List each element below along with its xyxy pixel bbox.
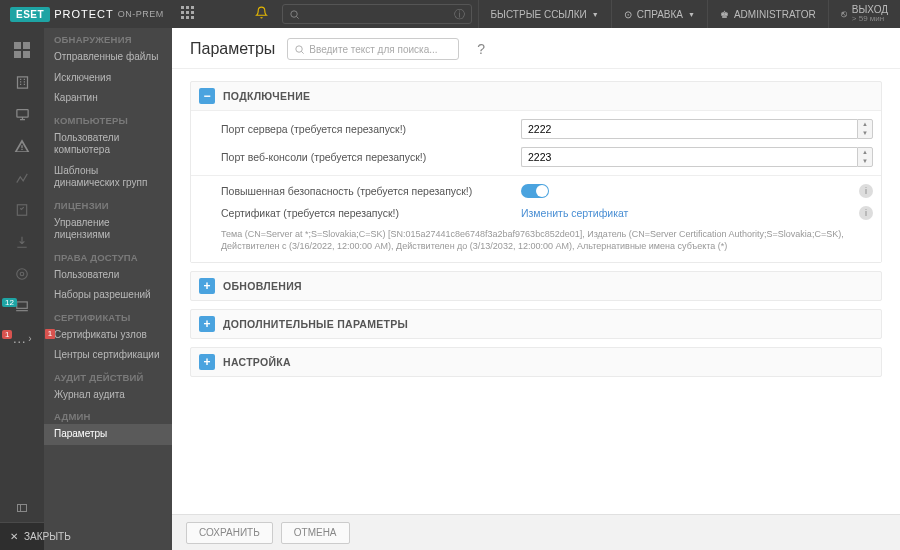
side-item-parameters[interactable]: Параметры [44, 424, 172, 445]
notifications-bell-icon[interactable] [248, 6, 276, 22]
section-extra: + ДОПОЛНИТЕЛЬНЫЕ ПАРАМЕТРЫ [190, 309, 882, 339]
svg-rect-0 [181, 6, 184, 9]
web-port-spinner[interactable]: ▲▼ [857, 147, 873, 167]
topbar-search[interactable]: ⓘ [282, 4, 472, 24]
apps-grid-icon[interactable] [174, 6, 202, 23]
svg-rect-3 [181, 11, 184, 14]
side-item-permission-sets[interactable]: Наборы разрешений [44, 285, 172, 306]
side-group-certs: СЕРТИФИКАТЫ [44, 306, 172, 325]
section-extra-header[interactable]: + ДОПОЛНИТЕЛЬНЫЕ ПАРАМЕТРЫ [191, 310, 881, 338]
side-item-exclusions[interactable]: Исключения [44, 68, 172, 89]
save-button[interactable]: СОХРАНИТЬ [186, 522, 273, 544]
server-port-input[interactable] [521, 119, 857, 139]
rail-computers-icon[interactable]: 12 [0, 290, 44, 322]
cancel-button[interactable]: ОТМЕНА [281, 522, 350, 544]
side-item-quarantine[interactable]: Карантин [44, 88, 172, 109]
advanced-security-toggle[interactable] [521, 184, 549, 198]
side-item-node-certs[interactable]: 1 Сертификаты узлов [44, 325, 172, 346]
svg-point-18 [20, 272, 24, 276]
web-port-field[interactable]: ▲▼ [521, 147, 873, 167]
main-header: Параметры Введите текст для поиска... ? [172, 28, 900, 69]
svg-rect-10 [14, 42, 21, 49]
settings-search[interactable]: Введите текст для поиска... [287, 38, 459, 60]
side-item-computer-users[interactable]: Пользователи компьютера [44, 128, 172, 161]
rail-policies-icon[interactable] [0, 258, 44, 290]
nav-rail: 12 1 … › ✕ ЗАКРЫТЬ [0, 28, 44, 550]
rail-reports-icon[interactable] [0, 162, 44, 194]
svg-rect-4 [186, 11, 189, 14]
server-port-field[interactable]: ▲▼ [521, 119, 873, 139]
info-icon[interactable]: i [859, 206, 873, 220]
rail-monitor-icon[interactable] [0, 98, 44, 130]
side-group-licenses: ЛИЦЕНЗИИ [44, 194, 172, 213]
svg-rect-2 [191, 6, 194, 9]
user-icon: ♚ [720, 9, 729, 20]
svg-rect-16 [17, 205, 26, 216]
side-group-computers: КОМПЬЮТЕРЫ [44, 109, 172, 128]
side-group-audit: АУДИТ ДЕЙСТВИЙ [44, 366, 172, 385]
advanced-security-label: Повышенная безопасность (требуется перез… [221, 185, 521, 197]
certificate-label: Сертификат (требуется перезапуск!) [221, 207, 521, 219]
close-button[interactable]: ✕ ЗАКРЫТЬ [0, 522, 44, 550]
svg-rect-1 [186, 6, 189, 9]
settings-search-placeholder: Введите текст для поиска... [309, 44, 437, 55]
rail-collapse-button[interactable] [0, 494, 44, 522]
web-port-label: Порт веб-консоли (требуется перезапуск!) [221, 151, 521, 163]
help-icon: ⊙ [624, 9, 632, 20]
quick-links-menu[interactable]: БЫСТРЫЕ ССЫЛКИ▼ [478, 0, 611, 28]
section-connection-header[interactable]: − ПОДКЛЮЧЕНИЕ [191, 82, 881, 110]
svg-rect-19 [17, 302, 28, 308]
rail-building-icon[interactable] [0, 66, 44, 98]
section-setup: + НАСТРОЙКА [190, 347, 882, 377]
close-icon: ✕ [10, 531, 18, 542]
page-help-icon[interactable]: ? [477, 41, 485, 57]
side-group-admin: АДМИН [44, 405, 172, 424]
brand-eset: ESET [10, 7, 50, 22]
rail-install-icon[interactable] [0, 226, 44, 258]
help-menu[interactable]: ⊙ СПРАВКА▼ [611, 0, 707, 28]
side-item-sent-files[interactable]: Отправленные файлы [44, 47, 172, 68]
brand-protect: PROTECT [54, 8, 114, 20]
svg-rect-6 [181, 16, 184, 19]
footer-bar: СОХРАНИТЬ ОТМЕНА [172, 514, 900, 550]
svg-rect-15 [16, 109, 27, 117]
main-panel: Параметры Введите текст для поиска... ? … [172, 28, 900, 550]
info-icon[interactable]: i [859, 184, 873, 198]
change-certificate-link[interactable]: Изменить сертификат [521, 207, 628, 219]
side-item-license-mgmt[interactable]: Управление лицензиями [44, 213, 172, 246]
rail-tasks-icon[interactable] [0, 194, 44, 226]
side-item-badge: 1 [45, 329, 55, 339]
web-port-input[interactable] [521, 147, 857, 167]
side-item-users[interactable]: Пользователи [44, 265, 172, 286]
main-content: − ПОДКЛЮЧЕНИЕ Порт сервера (требуется пе… [172, 69, 900, 514]
section-updates-header[interactable]: + ОБНОВЛЕНИЯ [191, 272, 881, 300]
server-port-spinner[interactable]: ▲▼ [857, 119, 873, 139]
side-item-ca[interactable]: Центры сертификации [44, 345, 172, 366]
rail-warning-icon[interactable] [0, 130, 44, 162]
logout-button[interactable]: ⎋ ВЫХОД > 59 мин [828, 0, 900, 28]
top-bar: ESET PROTECT ON-PREM ⓘ БЫСТРЫЕ ССЫЛКИ▼ ⊙… [0, 0, 900, 28]
side-group-detections: ОБНАРУЖЕНИЯ [44, 28, 172, 47]
user-menu[interactable]: ♚ ADMINISTRATOR [707, 0, 828, 28]
svg-rect-13 [23, 51, 30, 58]
section-setup-header[interactable]: + НАСТРОЙКА [191, 348, 881, 376]
expand-icon: + [199, 278, 215, 294]
expand-icon: + [199, 354, 215, 370]
svg-rect-20 [18, 505, 27, 512]
side-item-audit-log[interactable]: Журнал аудита [44, 385, 172, 406]
page-title: Параметры [190, 40, 275, 58]
side-menu: ОБНАРУЖЕНИЯ Отправленные файлы Исключени… [44, 28, 172, 550]
rail-dashboard-icon[interactable] [0, 34, 44, 66]
side-group-access: ПРАВА ДОСТУПА [44, 246, 172, 265]
logout-icon: ⎋ [841, 9, 847, 19]
section-connection: − ПОДКЛЮЧЕНИЕ Порт сервера (требуется пе… [190, 81, 882, 263]
certificate-details: Тема (CN=Server at *;S=Slovakia;C=SK) [S… [221, 224, 873, 254]
svg-point-9 [290, 10, 296, 16]
svg-rect-14 [17, 76, 27, 87]
side-item-dyn-group-templates[interactable]: Шаблоны динамических групп [44, 161, 172, 194]
section-updates: + ОБНОВЛЕНИЯ [190, 271, 882, 301]
svg-point-17 [17, 269, 28, 280]
rail-more-icon[interactable]: 1 … › [0, 322, 44, 354]
search-icon [294, 44, 305, 55]
rail-badge-more: 1 [2, 330, 12, 339]
